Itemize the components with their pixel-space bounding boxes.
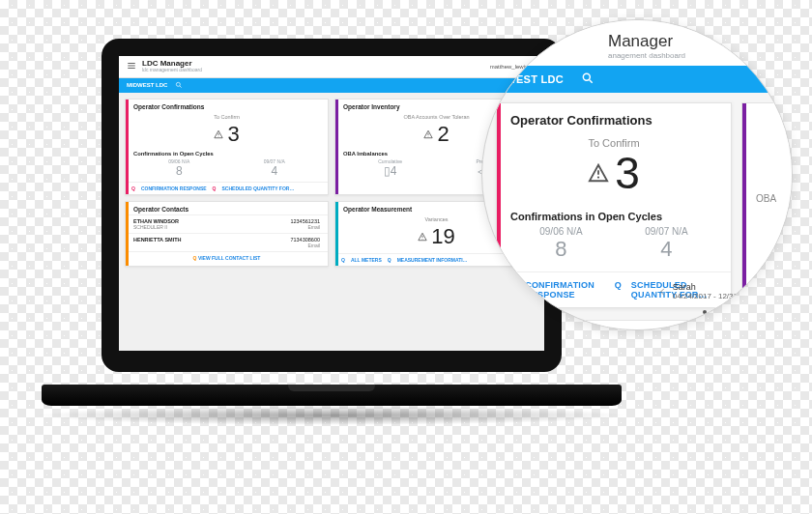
contact-row[interactable]: ETHAN WINDSOR SCHEDULER II 1234561231 Em… [126,214,328,233]
contact-role: SCHEDULER II [133,224,179,230]
card-title: Operator Confirmations [497,103,731,129]
card-accent [126,100,129,194]
cycle-value: 8 [539,237,582,262]
cycle-col: 09/07 N/A 4 [264,158,285,178]
imbalance-col: Cumulative ▯4 [378,158,402,178]
card-accent [335,100,338,194]
contact-name: ETHAN WINDSOR [133,218,179,224]
link-all-meters[interactable]: ALL METERS [351,257,382,263]
svg-point-5 [597,176,599,178]
laptop-shadow [34,406,629,425]
warning-icon [418,232,427,242]
cycle-pair: 09/06 N/A 8 09/07 N/A 4 [126,158,328,182]
search-icon[interactable] [581,71,594,87]
contact-row[interactable]: HENRIETTA SMITH 7134308600 Email [126,233,328,251]
link-scheduled-quantity[interactable]: SCHEDULED QUANTITY FOR… [221,186,294,191]
search-glyph-icon: Q [213,186,217,191]
svg-point-1 [218,135,219,136]
app-header: LDC Manager ldc management dashboard mat… [119,56,544,78]
org-name[interactable]: MIDWEST LDC [127,82,167,88]
card-operator-confirmations: Operator Confirmations To Confirm 3 Conf… [125,99,329,195]
app-title-block: LDC Manager ldc management dashboard [142,60,202,73]
search-glyph-icon: Q [131,186,135,191]
svg-point-0 [177,82,181,86]
app-subtitle: ldc management dashboard [142,68,202,72]
search-glyph-icon: Q [615,280,622,300]
mag-toolbar: DWEST LDC [482,66,792,93]
cycle-label: 09/07 N/A [264,158,285,164]
card-accent [335,202,338,266]
search-glyph-icon: Q [388,257,392,263]
link-confirmation-response[interactable]: CONFIRMATION RESPONSE [141,186,207,191]
dot-active[interactable] [703,310,707,314]
mag-grid: Operator Confirmations To Confirm 3 Conf… [482,93,792,308]
dashboard-grid: Operator Confirmations To Confirm 3 Conf… [119,93,544,272]
search-glyph-icon: Q [341,257,345,263]
cycle-label: 09/06 N/A [168,158,189,164]
cycle-value: 4 [264,164,285,178]
laptop-mockup: LDC Manager ldc management dashboard mat… [102,39,562,464]
svg-point-2 [428,135,429,136]
warning-icon [214,129,223,139]
card-links: Q CONFIRMATION RESPONSE Q SCHEDULED QUAN… [126,182,328,194]
cycle-col: 09/06 N/A 8 [168,158,189,178]
oba-label: OBA [756,193,776,204]
cycle-value: 4 [645,237,687,262]
metric-value: 19 [431,224,454,249]
section-label: Confirmations in Open Cycles [497,205,731,226]
metric-label: To Confirm [497,137,731,149]
metric-value: 2 [437,122,449,147]
svg-point-4 [583,73,590,80]
card-title: Operator Contacts [126,202,328,214]
metric-value: 3 [615,151,640,195]
cycle-pair: 09/06 N/A 8 09/07 N/A 4 [497,226,731,271]
cycle-label: 09/06 N/A [539,226,582,237]
warning-icon [588,162,609,184]
search-icon[interactable] [175,81,183,90]
section-label: Confirmations in Open Cycles [126,151,328,158]
svg-point-3 [422,238,423,239]
contact-tag: Email [290,243,320,248]
mag-card-confirmations: Operator Confirmations To Confirm 3 Conf… [496,102,732,308]
link-measurement-info[interactable]: MEASUREMENT INFORMATI… [397,257,468,263]
card-accent [742,103,746,307]
laptop-base [42,385,622,406]
org-toolbar: MIDWEST LDC [119,78,544,93]
bar-chart-icon: ▯ [384,164,391,178]
cycle-value: 8 [168,164,189,178]
contact-phone: 1234561231 [290,218,320,224]
chevron-left-icon[interactable] [659,288,667,296]
app-screen: LDC Manager ldc management dashboard mat… [119,56,544,351]
contact-name: HENRIETTA SMITH [133,237,182,243]
metric-value-row: 3 [497,149,731,205]
contact-tag: Email [290,224,320,230]
cycle-label: 09/07 N/A [645,226,687,237]
card-accent [126,202,129,266]
link-view-full-contacts[interactable]: Q VIEW FULL CONTACT LIST [126,251,328,264]
imbalance-value: 4 [391,164,397,178]
card-title: Operator Confirmations [126,100,328,112]
metric-value: 3 [227,122,239,147]
card-operator-contacts: Operator Contacts ETHAN WINDSOR SCHEDULE… [125,201,329,267]
warning-icon [423,129,433,139]
menu-icon[interactable] [127,61,136,71]
metric-value-row: 3 [126,120,328,151]
view-all-label: VIEW FULL CONTACT LIST [198,255,261,261]
contact-phone: 7134308600 [290,237,320,243]
magnifier-lens: Manager anagement dashboard DWEST LDC Op… [481,19,793,330]
